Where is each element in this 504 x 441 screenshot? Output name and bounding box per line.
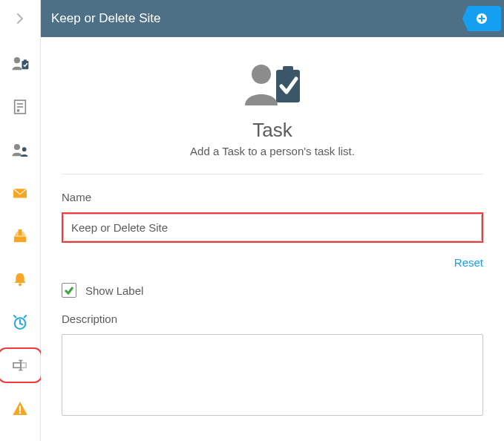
- svg-point-21: [19, 412, 22, 414]
- svg-point-25: [252, 65, 271, 84]
- add-action-button[interactable]: [462, 6, 501, 31]
- rail-item-archive[interactable]: [4, 224, 36, 248]
- plus-icon: [474, 11, 489, 26]
- envelope-icon: [10, 183, 30, 203]
- warning-icon: [10, 399, 30, 418]
- hero-subtitle: Add a Task to a person's task list.: [190, 145, 355, 157]
- person-clipboard-icon: [10, 54, 30, 74]
- reset-link[interactable]: Reset: [454, 256, 483, 269]
- svg-rect-2: [24, 59, 27, 62]
- show-label-checkbox[interactable]: [62, 283, 76, 298]
- name-field-highlight: [62, 212, 483, 243]
- rail-item-documents[interactable]: [4, 95, 36, 119]
- document-icon: [10, 97, 30, 117]
- check-icon: [64, 285, 74, 295]
- rail-item-rename[interactable]: [4, 353, 36, 377]
- svg-point-11: [19, 283, 22, 286]
- hero-title: Task: [252, 119, 292, 142]
- svg-point-8: [22, 147, 27, 151]
- svg-rect-27: [283, 66, 293, 74]
- chevron-right-icon: [14, 13, 26, 24]
- svg-rect-6: [17, 109, 19, 111]
- panel-content[interactable]: Task Add a Task to a person's task list.…: [41, 37, 504, 441]
- bell-icon: [10, 270, 30, 289]
- description-field-label: Description: [62, 313, 483, 325]
- name-field-label: Name: [62, 191, 483, 203]
- people-icon: [10, 140, 30, 160]
- svg-point-7: [14, 144, 20, 150]
- rail-item-warnings[interactable]: [4, 396, 36, 420]
- description-input[interactable]: [62, 334, 483, 416]
- rename-icon: [10, 356, 30, 375]
- rail-item-assignments[interactable]: [4, 52, 36, 76]
- task-hero-icon: [240, 59, 304, 114]
- name-input[interactable]: [63, 214, 482, 241]
- rail-item-scheduled[interactable]: [4, 310, 36, 334]
- clock-icon: [10, 313, 30, 332]
- sidebar-expand-toggle[interactable]: [0, 0, 40, 37]
- svg-rect-10: [19, 229, 22, 235]
- svg-rect-16: [21, 363, 26, 368]
- divider: [62, 174, 483, 174]
- show-label-text: Show Label: [85, 284, 143, 297]
- svg-line-14: [20, 324, 22, 325]
- inbox-icon: [10, 226, 30, 246]
- rail-item-mail[interactable]: [4, 181, 36, 205]
- svg-point-0: [14, 57, 20, 63]
- sidebar-rail: [0, 0, 41, 441]
- rail-item-notifications[interactable]: [4, 267, 36, 291]
- rail-item-people[interactable]: [4, 138, 36, 162]
- svg-rect-15: [13, 363, 21, 368]
- panel-header: Keep or Delete Site: [41, 0, 504, 37]
- panel-title: Keep or Delete Site: [51, 11, 462, 26]
